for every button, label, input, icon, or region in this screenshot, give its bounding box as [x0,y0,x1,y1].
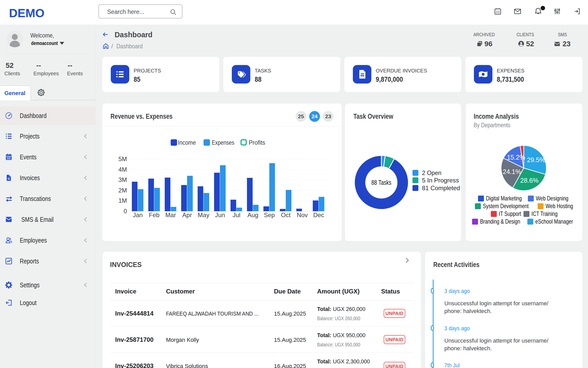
svg-text:Feb: Feb [149,211,159,218]
svg-text:88 Tasks: 88 Tasks [371,179,391,186]
svg-text:Income: Income [178,139,196,146]
svg-text:Expenses: Expenses [212,139,234,146]
svg-text:Aug: Aug [247,211,259,218]
svg-text:Profits: Profits [249,139,265,146]
svg-text:Jan: Jan [133,211,143,218]
svg-text:3M: 3M [118,176,127,183]
svg-text:Nov: Nov [297,211,308,218]
svg-text:5 In Progress: 5 In Progress [422,177,459,184]
svg-text:2 Open: 2 Open [422,169,442,176]
svg-text:May: May [198,211,209,218]
svg-text:24.1%: 24.1% [503,168,521,175]
svg-text:15.2%: 15.2% [507,154,525,161]
svg-text:0: 0 [124,208,127,215]
svg-text:Jun: Jun [215,211,225,218]
svg-text:1M: 1M [118,197,127,204]
svg-text:29.5%: 29.5% [527,156,545,163]
svg-text:4M: 4M [118,166,127,173]
svg-text:28.6%: 28.6% [520,177,539,184]
svg-text:Jul: Jul [233,211,241,218]
svg-text:81 Completed: 81 Completed [422,185,460,191]
svg-text:Apr: Apr [182,211,192,218]
svg-text:Mar: Mar [165,211,176,218]
svg-text:Sep: Sep [264,211,275,218]
svg-text:Dec: Dec [313,211,324,218]
svg-text:2M: 2M [118,187,127,194]
svg-text:Oct: Oct [281,211,291,218]
svg-text:5M: 5M [118,155,127,162]
